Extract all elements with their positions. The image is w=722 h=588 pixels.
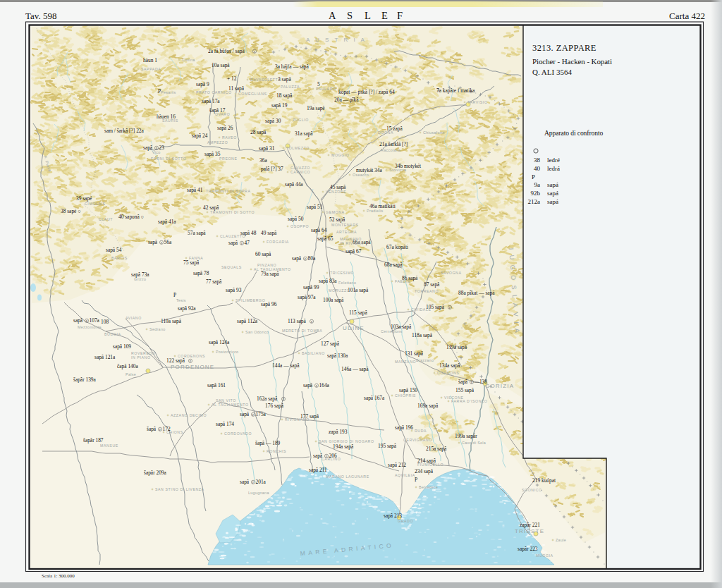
- svg-text:194a sapâ: 194a sapâ: [333, 443, 354, 450]
- svg-text:CORDENONS: CORDENONS: [178, 354, 205, 358]
- svg-text:kópat — pskâ [?] / zapâ 64: kópat — pskâ [?] / zapâ 64: [338, 89, 395, 95]
- svg-text:sapâ 19: sapâ 19: [271, 102, 288, 109]
- svg-text:7a kapâte f matika: 7a kapâte f matika: [436, 87, 475, 94]
- svg-text:127 sapâ: 127 sapâ: [321, 341, 340, 347]
- svg-text:P: P: [159, 429, 161, 431]
- svg-text:162a sapâ: 162a sapâ: [257, 396, 278, 402]
- svg-text:Sedrano: Sedrano: [149, 327, 165, 331]
- svg-text:P: P: [252, 414, 254, 417]
- svg-text:P: P: [173, 292, 176, 298]
- svg-text:Vico: Vico: [152, 150, 161, 154]
- svg-text:P: P: [190, 360, 191, 363]
- svg-text:RAVASCLETTO: RAVASCLETTO: [250, 78, 281, 82]
- svg-text:Stolvizza: Stolvizza: [389, 168, 406, 172]
- svg-text:115 sapâ: 115 sapâ: [349, 310, 368, 316]
- svg-text:sapâ 30: sapâ 30: [265, 118, 281, 124]
- svg-text:sapâ 17a: sapâ 17a: [202, 98, 220, 104]
- svg-text:sapâ 121a: sapâ 121a: [94, 354, 116, 360]
- svg-text:CLAUT: CLAUT: [99, 217, 113, 221]
- svg-text:RIVIGNANO: RIVIGNANO: [285, 417, 310, 422]
- svg-text:P: P: [161, 242, 162, 245]
- svg-text:sapâ 161: sapâ 161: [207, 382, 226, 388]
- svg-text:sapâ 65: sapâ 65: [317, 235, 334, 242]
- svg-text:SAVOGNA: SAVOGNA: [441, 271, 461, 275]
- svg-text:PRATO CARNICO: PRATO CARNICO: [196, 90, 232, 94]
- svg-text:A: A: [329, 10, 336, 21]
- svg-text:199a sapâr: 199a sapâr: [455, 433, 477, 439]
- svg-text:sapâ 44a: sapâ 44a: [285, 181, 303, 188]
- svg-text:TOLMEZZO: TOLMEZZO: [286, 146, 310, 150]
- svg-text:FIUMICELLO: FIUMICELLO: [417, 463, 443, 467]
- svg-text:SAN STINO DI LIVENZA: SAN STINO DI LIVENZA: [155, 487, 204, 491]
- svg-text:PORDENONE: PORDENONE: [171, 364, 214, 370]
- svg-text:sapâ 35: sapâ 35: [204, 151, 221, 157]
- svg-text:Belvedere: Belvedere: [419, 485, 438, 489]
- svg-text:131 sapâ: 131 sapâ: [405, 350, 424, 357]
- svg-text:CORMONS: CORMONS: [437, 371, 459, 375]
- svg-text:AL TAGLIAMENTO: AL TAGLIAMENTO: [212, 403, 249, 407]
- svg-text:sapâ 83a: sapâ 83a: [319, 278, 337, 284]
- svg-text:ARTEGNA: ARTEGNA: [336, 230, 357, 234]
- svg-text:19a sapê: 19a sapê: [307, 105, 325, 111]
- svg-text:Raccolana: Raccolana: [381, 148, 400, 152]
- svg-text:57a sapâ: 57a sapâ: [188, 230, 206, 236]
- svg-text:sapâ 50: sapâ 50: [288, 216, 304, 222]
- svg-text:RONCHIS: RONCHIS: [267, 449, 286, 453]
- svg-text:Collina: Collina: [182, 58, 195, 62]
- svg-text:Mezzomonte: Mezzomonte: [78, 325, 102, 329]
- svg-text:AL TAGLIAMENTO: AL TAGLIAMENTO: [254, 267, 291, 271]
- svg-text:10a sapâ: 10a sapâ: [212, 62, 230, 68]
- svg-text:110a sapâ: 110a sapâ: [161, 318, 182, 324]
- svg-text:P: P: [316, 385, 317, 388]
- svg-text:122 sapâ: 122 sapâ: [166, 357, 185, 364]
- svg-text:169a sapâ: 169a sapâ: [417, 403, 439, 409]
- svg-text:39 sapé: 39 sapé: [76, 195, 92, 202]
- svg-text:sapâ 167a: sapâ 167a: [364, 395, 385, 401]
- svg-text:L: L: [365, 10, 371, 21]
- svg-text:sapâ 112a: sapâ 112a: [237, 318, 258, 324]
- svg-text:MANZANO: MANZANO: [395, 360, 416, 364]
- svg-text:87 sapâ: 87 sapâ: [424, 281, 440, 288]
- svg-text:92b: 92b: [531, 190, 541, 197]
- svg-text:215a sapâ: 215a sapâ: [426, 446, 447, 452]
- svg-text:77 sapâ: 77 sapâ: [206, 278, 222, 285]
- svg-text:FORGARIA: FORGARIA: [267, 240, 289, 244]
- svg-text:234 sapâ: 234 sapâ: [415, 468, 434, 474]
- svg-text:219 kuópat: 219 kuópat: [532, 477, 556, 484]
- svg-text:FAEDIS: FAEDIS: [395, 279, 410, 283]
- svg-text:28 sapâ: 28 sapâ: [250, 129, 267, 135]
- svg-text:sapâ 130a: sapâ 130a: [327, 353, 348, 359]
- svg-text:CERVIGNANO: CERVIGNANO: [403, 438, 432, 442]
- svg-text:176 sapâ: 176 sapâ: [265, 403, 284, 409]
- svg-text:sapâ 64: sapâ 64: [311, 227, 327, 233]
- svg-text:BASILIANO: BASILIANO: [302, 351, 325, 355]
- svg-text:108: 108: [101, 319, 109, 325]
- svg-text:GORIZIA: GORIZIA: [485, 383, 514, 389]
- svg-text:P: P: [254, 51, 255, 54]
- svg-text:sapâ 67: sapâ 67: [345, 248, 362, 255]
- svg-text:MORUZZO: MORUZZO: [329, 288, 350, 293]
- svg-text:UDINE: UDINE: [343, 325, 365, 331]
- svg-text:IN PIANO: IN PIANO: [131, 355, 151, 360]
- svg-text:CIMOLAIS: CIMOLAIS: [85, 202, 106, 206]
- svg-text:Pradielis: Pradielis: [367, 209, 383, 213]
- svg-text:Tav. 598: Tav. 598: [25, 11, 56, 21]
- svg-text:Q. ALI 3564: Q. ALI 3564: [532, 68, 572, 76]
- svg-text:Carta 422: Carta 422: [669, 11, 705, 21]
- svg-text:sapâ 41: sapâ 41: [187, 187, 203, 193]
- svg-text:DOGNA: DOGNA: [378, 130, 393, 135]
- svg-text:Pesariis: Pesariis: [161, 90, 176, 94]
- svg-text:AQUILEIA: AQUILEIA: [395, 473, 415, 477]
- svg-text:3213. ZAPPARE: 3213. ZAPPARE: [532, 43, 596, 53]
- svg-text:Palse: Palse: [126, 372, 136, 376]
- svg-text:MONTENARS: MONTENARS: [331, 223, 359, 227]
- svg-text:100a sapâ: 100a sapâ: [323, 297, 344, 303]
- svg-text:sapâ 196: sapâ 196: [395, 424, 413, 431]
- svg-text:MANSUE: MANSUE: [100, 443, 118, 448]
- svg-text:sapâ 109: sapâ 109: [113, 343, 131, 350]
- svg-text:RUDA: RUDA: [415, 429, 427, 433]
- svg-text:SGONICO: SGONICO: [522, 488, 542, 492]
- svg-text:TRAMONTI DI SOTTO: TRAMONTI DI SOTTO: [210, 210, 255, 214]
- svg-text:CHIOPRIS: CHIOPRIS: [395, 393, 416, 398]
- svg-text:P: P: [241, 243, 243, 245]
